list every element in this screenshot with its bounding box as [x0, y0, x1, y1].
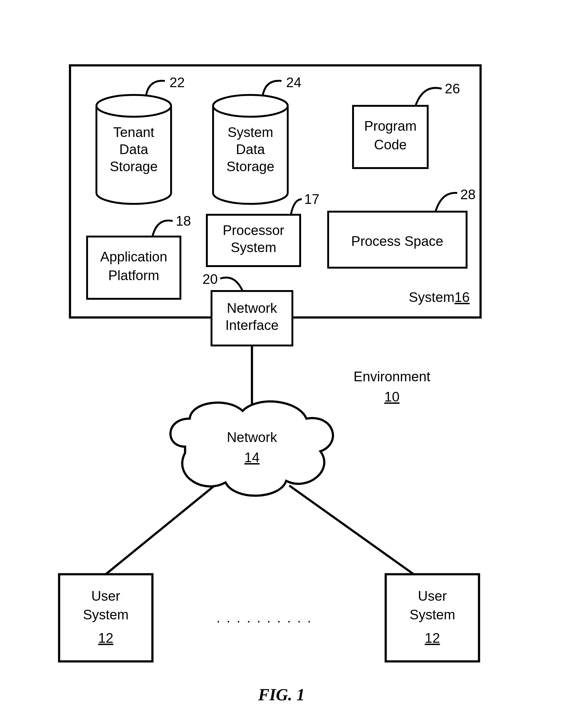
network-cloud-l1: Network: [227, 430, 277, 445]
system-data-storage-l1: System: [228, 124, 274, 140]
ellipsis-dots: . . . . . . . . . .: [217, 610, 312, 625]
user-system-left-l2: System: [83, 607, 129, 622]
application-platform-l1: Application: [100, 249, 167, 264]
application-platform-l2: Platform: [108, 268, 159, 283]
program-code-ref: 26: [445, 81, 460, 96]
environment-label: Environment: [353, 369, 430, 384]
user-system-right-ref: 12: [425, 630, 440, 646]
environment-ref: 10: [384, 389, 400, 404]
program-code-l1: Program: [364, 118, 417, 134]
user-system-right-l1: User: [418, 588, 447, 604]
tenant-data-storage-l2: Data: [120, 142, 148, 157]
network-interface-ref: 20: [203, 271, 218, 287]
tenant-data-storage-ref: 22: [170, 75, 185, 90]
system-container-label: System16: [409, 289, 470, 305]
user-system-right-l2: System: [410, 607, 455, 622]
network-cloud-ref: 14: [245, 450, 260, 465]
processor-system-ref: 17: [304, 191, 319, 207]
process-space-l1: Process Space: [351, 233, 443, 249]
svg-point-0: [96, 95, 171, 117]
tenant-data-storage-l1: Tenant: [113, 124, 154, 140]
user-system-left-l1: User: [92, 588, 120, 604]
application-platform-ref: 18: [176, 213, 191, 228]
processor-system-l2: System: [231, 240, 277, 255]
user-system-left: User System 12: [59, 574, 153, 661]
system-data-storage-ref: 24: [286, 75, 301, 90]
system-data-storage-l3: Storage: [227, 159, 275, 174]
processor-system-l1: Processor: [223, 223, 284, 238]
user-system-left-ref: 12: [98, 630, 114, 646]
figure-label: FIG. 1: [258, 685, 305, 704]
figure-1-diagram: System16 Tenant Data Storage 22 System D…: [0, 0, 563, 728]
network-interface-l2: Interface: [225, 317, 279, 333]
process-space-ref: 28: [460, 187, 476, 202]
network-interface-l1: Network: [227, 300, 277, 316]
link-network-user-right: [289, 486, 414, 574]
program-code-l2: Code: [374, 137, 406, 152]
link-network-user-left: [106, 486, 215, 574]
user-system-right: User System 12: [386, 574, 479, 661]
svg-point-1: [213, 95, 288, 117]
system-data-storage-l2: Data: [236, 142, 265, 157]
tenant-data-storage-l3: Storage: [110, 159, 158, 174]
network-cloud: Network 14: [171, 402, 333, 496]
